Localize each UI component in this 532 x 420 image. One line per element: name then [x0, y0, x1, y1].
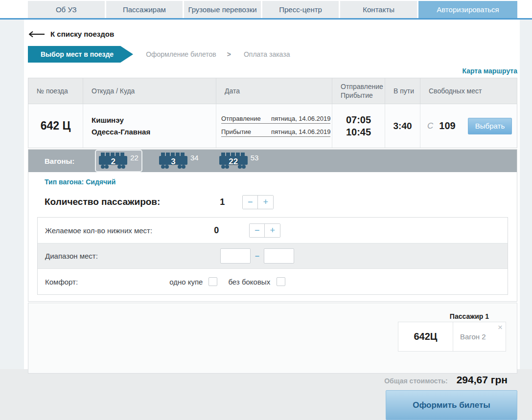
- route-map-link[interactable]: Карта маршрута: [462, 67, 517, 75]
- train-table-header: № поезда Откуда / Куда Дата Отправление …: [28, 78, 517, 104]
- lower-seats-increment-button[interactable]: +: [265, 224, 280, 237]
- wagon-number: 3: [159, 157, 187, 167]
- header-duration: В пути: [385, 78, 420, 104]
- top-nav: Об УЗ Пассажирам Грузовые перевозки Прес…: [0, 0, 532, 20]
- header-train-number: № поезда: [28, 78, 83, 104]
- passenger-train-number: 642Ц: [398, 322, 453, 351]
- lower-seats-decrement-button[interactable]: −: [250, 224, 265, 237]
- remove-passenger-selection-icon[interactable]: ×: [498, 323, 503, 332]
- seat-class: C: [427, 121, 433, 131]
- nav-tab-press[interactable]: Пресс-центр: [262, 1, 339, 18]
- comfort-row: Комфорт: одно купе без боковых: [38, 269, 508, 294]
- wagon-item-2[interactable]: 2 22: [95, 150, 142, 172]
- breadcrumb: Выбор мест в поезде Оформление билетов >…: [28, 46, 517, 63]
- train-route: Кишинэу Одесса-Главная: [83, 104, 216, 148]
- back-to-trains-link[interactable]: К списку поездов: [28, 20, 517, 38]
- nav-tab-cargo[interactable]: Грузовые перевозки: [184, 1, 261, 18]
- lower-seats-row: Желаемое кол-во нижних мест: 0 − +: [38, 218, 508, 243]
- seat-selection-panel: Вагоны: 2 22: [28, 149, 517, 302]
- nav-tab-authorize[interactable]: Авторизироваться: [418, 1, 517, 18]
- wagon-selector-bar: Вагоны: 2 22: [28, 150, 517, 172]
- departure-label: Отправление: [221, 115, 271, 124]
- lower-seats-stepper: − +: [249, 223, 280, 238]
- wagon-item-22[interactable]: 22 53: [215, 150, 263, 172]
- passenger-wagon-cell: Вагон 2 ×: [453, 322, 506, 351]
- wagon-car-icon: 2: [99, 153, 127, 169]
- free-seats-cell: C 109 Выбрать: [420, 104, 517, 148]
- header-free-seats: Свободных мест: [420, 78, 517, 104]
- seat-options-box: Желаемое кол-во нижних мест: 0 − + Диапа…: [37, 217, 508, 295]
- train-table: № поезда Откуда / Куда Дата Отправление …: [28, 78, 517, 148]
- no-side-seats-checkbox[interactable]: [277, 277, 285, 286]
- wagon-free-seats: 53: [251, 154, 259, 162]
- seat-range-row: Диапазон мест: –: [38, 243, 508, 269]
- passenger-count-stepper: − +: [242, 195, 274, 209]
- trip-duration: 3:40: [385, 104, 420, 148]
- total-cost-value: 294,67 грн: [457, 374, 508, 386]
- passenger-summary-panel: Пассажир 1 642Ц Вагон 2 ×: [28, 303, 517, 374]
- wagon-number: 2: [99, 157, 127, 167]
- wagon-car-icon: 22: [219, 153, 248, 169]
- step-ticket-registration: Оформление билетов: [146, 50, 216, 58]
- passenger-count-value: 1: [215, 197, 230, 207]
- passenger-count-increment-button[interactable]: +: [258, 196, 273, 209]
- header-date: Дата: [216, 78, 332, 104]
- arrival-date: пятница, 14.06.2019: [271, 128, 330, 137]
- step-seat-selection: Выбор мест в поезде: [28, 46, 133, 63]
- passenger-selection-box: 642Ц Вагон 2 ×: [398, 322, 506, 352]
- checkout-tickets-button[interactable]: Оформить билеты: [386, 390, 517, 420]
- select-train-button[interactable]: Выбрать: [468, 118, 512, 134]
- back-link-label: К списку поездов: [50, 30, 114, 38]
- arrival-time: 10:45: [346, 126, 371, 138]
- single-compartment-label: одно купе: [169, 278, 203, 286]
- lower-seats-label: Желаемое кол-во нижних мест:: [45, 226, 152, 235]
- nav-tab-contacts[interactable]: Контакты: [340, 1, 417, 18]
- single-compartment-checkbox[interactable]: [208, 277, 217, 286]
- nav-tab-passengers[interactable]: Пассажирам: [106, 1, 183, 18]
- wagon-item-3[interactable]: 3 34: [155, 150, 203, 172]
- departure-time: 07:05: [346, 114, 371, 126]
- checkout-footer: Общая стоимость: 294,67 грн Оформить бил…: [0, 369, 532, 420]
- seat-range-from-input[interactable]: [220, 248, 251, 264]
- passenger-count-label: Количество пассажиров:: [45, 197, 160, 207]
- train-number: 642 Ц: [28, 104, 83, 148]
- wagons-label: Вагоны:: [45, 157, 74, 165]
- seats-available: 109: [439, 120, 455, 132]
- step-separator-icon: >: [227, 50, 231, 58]
- step-payment: Оплата заказа: [244, 50, 290, 58]
- wagon-number: 22: [219, 157, 248, 167]
- destination-station: Одесса-Главная: [92, 126, 216, 138]
- passenger-wagon-label: Вагон 2: [460, 332, 486, 341]
- train-times: 07:05 10:45: [332, 104, 385, 148]
- lower-seats-value: 0: [209, 225, 224, 236]
- header-departure-arrival: Отправление Прибытие: [332, 78, 385, 104]
- wagon-car-icon: 3: [159, 153, 187, 169]
- seat-range-to-input[interactable]: [264, 248, 294, 264]
- range-dash: –: [255, 252, 259, 261]
- arrival-label: Прибытие: [221, 128, 271, 137]
- no-side-seats-label: без боковых: [228, 278, 270, 286]
- nav-tab-about[interactable]: Об УЗ: [28, 1, 105, 18]
- comfort-label: Комфорт:: [45, 278, 78, 286]
- wagon-free-seats: 22: [130, 154, 139, 162]
- wagon-type-label: Тип вагона: Сидячий: [45, 178, 517, 186]
- left-arrow-icon: [28, 31, 46, 38]
- total-cost-label: Общая стоимость:: [384, 377, 447, 385]
- header-route: Откуда / Куда: [83, 78, 216, 104]
- origin-station: Кишинэу: [92, 114, 216, 126]
- passenger-count-decrement-button[interactable]: −: [243, 196, 258, 209]
- seat-range-label: Диапазон мест:: [45, 252, 98, 260]
- train-row: 642 Ц Кишинэу Одесса-Главная Отправление…: [28, 104, 517, 148]
- passenger-count-row: Количество пассажиров: 1 − +: [45, 195, 517, 209]
- train-dates: Отправление пятница, 14.06.2019 Прибытие…: [216, 104, 332, 148]
- main-content: К списку поездов Выбор мест в поезде Офо…: [24, 20, 520, 369]
- wagon-free-seats: 34: [190, 154, 199, 162]
- departure-date: пятница, 14.06.2019: [271, 115, 330, 124]
- passenger-title: Пассажир 1: [450, 312, 489, 320]
